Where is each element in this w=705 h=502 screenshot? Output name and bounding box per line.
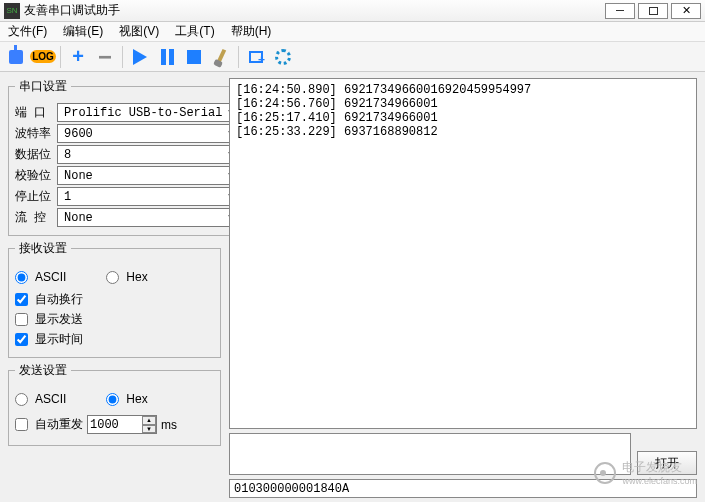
minus-icon: − [98, 43, 112, 71]
recv-ascii-label: ASCII [35, 270, 66, 284]
menu-view[interactable]: 视图(V) [111, 22, 167, 41]
autoresend-checkbox[interactable]: 自动重发 [15, 416, 83, 433]
receive-log[interactable]: [16:24:50.890] 6921734966001692045995499… [229, 78, 697, 429]
serial-settings-group: 串口设置 端 口 Prolific USB-to-Serial 波特率 9600… [8, 78, 249, 236]
recv-hex-label: Hex [126, 270, 147, 284]
settings-button[interactable] [271, 45, 295, 69]
recv-settings-legend: 接收设置 [15, 240, 71, 257]
open-button[interactable]: 打开 [637, 451, 697, 475]
plus-icon: + [72, 45, 84, 68]
send-hex-label: Hex [126, 392, 147, 406]
showsend-checkbox[interactable]: 显示发送 [15, 311, 214, 328]
databits-label: 数据位 [15, 146, 57, 163]
send-settings-group: 发送设置 ASCII Hex 自动重发 ▲▼ ms [8, 362, 221, 446]
content-area: 串口设置 端 口 Prolific USB-to-Serial 波特率 9600… [0, 72, 705, 502]
interval-spinner[interactable]: ▲▼ [142, 416, 156, 433]
window-title: 友善串口调试助手 [24, 2, 602, 19]
baud-label: 波特率 [15, 125, 57, 142]
pause-icon [161, 49, 174, 65]
send-settings-legend: 发送设置 [15, 362, 71, 379]
maximize-button[interactable] [638, 3, 668, 19]
zoom-in-button[interactable]: + [66, 45, 90, 69]
recv-ascii-radio[interactable]: ASCII [15, 270, 66, 284]
baud-select[interactable]: 9600 [57, 124, 242, 143]
window-plus-icon [249, 51, 263, 63]
plug-icon [9, 50, 23, 64]
recv-settings-group: 接收设置 ASCII Hex 自动换行 显示发送 显示时间 [8, 240, 221, 358]
gear-icon [275, 49, 291, 65]
clear-button[interactable] [209, 45, 233, 69]
pause-button[interactable] [155, 45, 179, 69]
autoresend-label: 自动重发 [35, 416, 83, 433]
toolbar: LOG + − [0, 42, 705, 72]
showtime-label: 显示时间 [35, 331, 83, 348]
left-panel: 串口设置 端 口 Prolific USB-to-Serial 波特率 9600… [0, 72, 225, 502]
stop-icon [187, 50, 201, 64]
status-input[interactable] [229, 479, 697, 498]
zoom-out-button[interactable]: − [93, 45, 117, 69]
showsend-label: 显示发送 [35, 311, 83, 328]
connect-button[interactable] [4, 45, 28, 69]
toolbar-separator [238, 46, 239, 68]
brush-icon [216, 48, 226, 64]
showtime-checkbox[interactable]: 显示时间 [15, 331, 214, 348]
send-textarea[interactable] [229, 433, 631, 475]
send-ascii-label: ASCII [35, 392, 66, 406]
toolbar-separator [60, 46, 61, 68]
right-panel: [16:24:50.890] 6921734966001692045995499… [225, 72, 705, 502]
title-bar: SN 友善串口调试助手 ✕ [0, 0, 705, 22]
send-hex-radio[interactable]: Hex [106, 392, 147, 406]
log-icon: LOG [30, 50, 56, 63]
new-window-button[interactable] [244, 45, 268, 69]
flow-select[interactable]: None [57, 208, 242, 227]
menu-bar: 文件(F) 编辑(E) 视图(V) 工具(T) 帮助(H) [0, 22, 705, 42]
port-label: 端 口 [15, 104, 57, 121]
play-button[interactable] [128, 45, 152, 69]
flow-label: 流 控 [15, 209, 57, 226]
stopbits-label: 停止位 [15, 188, 57, 205]
serial-settings-legend: 串口设置 [15, 78, 71, 95]
interval-unit: ms [161, 418, 177, 432]
menu-tools[interactable]: 工具(T) [167, 22, 222, 41]
databits-select[interactable]: 8 [57, 145, 242, 164]
stopbits-select[interactable]: 1 [57, 187, 242, 206]
log-button[interactable]: LOG [31, 45, 55, 69]
parity-select[interactable]: None [57, 166, 242, 185]
autowrap-label: 自动换行 [35, 291, 83, 308]
play-icon [133, 49, 147, 65]
menu-edit[interactable]: 编辑(E) [55, 22, 111, 41]
menu-file[interactable]: 文件(F) [0, 22, 55, 41]
autowrap-checkbox[interactable]: 自动换行 [15, 291, 214, 308]
toolbar-separator [122, 46, 123, 68]
minimize-button[interactable] [605, 3, 635, 19]
parity-label: 校验位 [15, 167, 57, 184]
recv-hex-radio[interactable]: Hex [106, 270, 147, 284]
send-ascii-radio[interactable]: ASCII [15, 392, 66, 406]
app-icon: SN [4, 3, 20, 19]
close-button[interactable]: ✕ [671, 3, 701, 19]
menu-help[interactable]: 帮助(H) [223, 22, 280, 41]
port-select[interactable]: Prolific USB-to-Serial [57, 103, 242, 122]
stop-button[interactable] [182, 45, 206, 69]
